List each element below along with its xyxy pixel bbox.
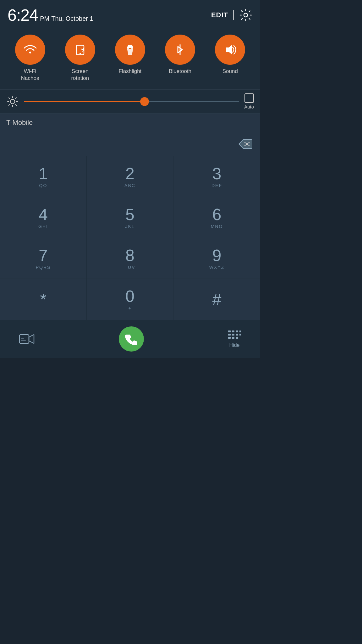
- key-letters-6: PQRS: [36, 265, 51, 270]
- slider-fill: [24, 101, 145, 102]
- dialer-panel: T-Mobile 1QO2ABC3DEF4GHI5JKL6MNO7PQRS8TU…: [0, 114, 260, 358]
- key-number-2: 3: [212, 165, 222, 182]
- svg-rect-13: [236, 334, 238, 336]
- key-number-4: 5: [125, 206, 134, 223]
- svg-rect-15: [228, 337, 231, 339]
- flashlight-label: Flashlight: [119, 68, 142, 75]
- key-letters-7: TUV: [125, 265, 135, 270]
- dial-key-#[interactable]: #: [173, 279, 260, 320]
- dial-key-4[interactable]: 4GHI: [0, 197, 87, 238]
- svg-rect-5: [21, 340, 26, 341]
- dial-key-2[interactable]: 2ABC: [87, 156, 173, 197]
- brightness-icon: [6, 95, 19, 108]
- video-call-button[interactable]: [19, 333, 35, 345]
- sound-label: Sound: [222, 68, 238, 75]
- wifi-label: Wi-FiNachos: [21, 68, 39, 82]
- key-number-3: 4: [39, 206, 48, 223]
- quick-toggles: Wi-FiNachos Screenrotation: [0, 28, 260, 89]
- brightness-bar: Auto: [0, 89, 260, 114]
- dial-key-6[interactable]: 6MNO: [173, 197, 260, 238]
- key-number-9: *: [40, 291, 46, 308]
- key-number-8: 9: [212, 247, 222, 264]
- dial-key-7[interactable]: 7PQRS: [0, 238, 87, 279]
- svg-rect-14: [239, 334, 241, 336]
- time-ampm: PM: [40, 15, 49, 22]
- screen-rotation-circle[interactable]: [65, 35, 95, 65]
- key-letters-2: DEF: [211, 183, 222, 188]
- phone-input-row: [0, 132, 260, 156]
- dial-key-1[interactable]: 1QO: [0, 156, 87, 197]
- svg-rect-8: [232, 330, 234, 332]
- svg-rect-7: [228, 330, 231, 332]
- svg-rect-17: [236, 337, 238, 339]
- bluetooth-toggle[interactable]: Bluetooth: [161, 35, 199, 75]
- key-letters-10: +: [128, 306, 131, 311]
- key-letters-3: GHI: [38, 224, 48, 229]
- key-number-10: 0: [125, 288, 134, 304]
- svg-rect-16: [232, 337, 234, 339]
- key-letters-1: ABC: [124, 183, 135, 188]
- backspace-button[interactable]: [236, 137, 254, 151]
- time-display: 6:24 PM Thu, October 1: [8, 6, 93, 25]
- dialpad: 1QO2ABC3DEF4GHI5JKL6MNO7PQRS8TUV9WXYZ*0+…: [0, 156, 260, 320]
- svg-rect-6: [21, 338, 24, 339]
- key-number-1: 2: [125, 165, 134, 182]
- bluetooth-circle[interactable]: [165, 35, 195, 65]
- wifi-circle[interactable]: [15, 35, 45, 65]
- key-letters-5: MNO: [211, 224, 223, 229]
- dial-key-3[interactable]: 3DEF: [173, 156, 260, 197]
- key-letters-4: JKL: [125, 224, 134, 229]
- svg-rect-12: [232, 334, 234, 336]
- key-number-7: 8: [125, 247, 134, 264]
- key-number-11: #: [212, 291, 222, 308]
- svg-rect-10: [239, 330, 241, 332]
- svg-rect-2: [129, 48, 131, 49]
- dial-key-5[interactable]: 5JKL: [87, 197, 173, 238]
- dial-key-9[interactable]: 9WXYZ: [173, 238, 260, 279]
- screen-rotation-toggle[interactable]: Screenrotation: [61, 35, 99, 82]
- divider: [233, 10, 234, 20]
- dial-key-8[interactable]: 8TUV: [87, 238, 173, 279]
- bluetooth-label: Bluetooth: [169, 68, 191, 75]
- svg-point-3: [10, 99, 15, 104]
- hide-label: Hide: [229, 342, 240, 348]
- brightness-slider[interactable]: [24, 101, 239, 102]
- status-bar: 6:24 PM Thu, October 1 EDIT: [0, 0, 260, 28]
- edit-button[interactable]: EDIT: [211, 11, 228, 19]
- auto-label: Auto: [244, 104, 254, 109]
- time: 6:24: [8, 6, 38, 25]
- flashlight-circle[interactable]: [115, 35, 145, 65]
- carrier-bar: T-Mobile: [0, 114, 260, 132]
- dial-key-*[interactable]: *: [0, 279, 87, 320]
- sound-toggle[interactable]: Sound: [211, 35, 249, 75]
- screen-rotation-label: Screenrotation: [71, 68, 89, 82]
- key-number-6: 7: [39, 247, 48, 264]
- dial-key-0[interactable]: 0+: [87, 279, 173, 320]
- auto-icon: [244, 93, 254, 103]
- hide-button[interactable]: Hide: [228, 330, 241, 348]
- notification-panel: 6:24 PM Thu, October 1 EDIT: [0, 0, 260, 114]
- call-button[interactable]: [119, 326, 144, 352]
- auto-brightness-button[interactable]: Auto: [244, 93, 254, 109]
- key-letters-8: WXYZ: [209, 265, 224, 270]
- flashlight-toggle[interactable]: Flashlight: [111, 35, 149, 75]
- status-right: EDIT: [211, 8, 253, 22]
- date: Thu, October 1: [51, 15, 93, 22]
- action-bar: Hide: [0, 320, 260, 358]
- settings-icon[interactable]: [239, 8, 253, 22]
- key-number-0: 1: [39, 165, 48, 182]
- svg-rect-11: [228, 334, 231, 336]
- slider-thumb[interactable]: [140, 97, 149, 106]
- svg-point-1: [80, 53, 81, 54]
- wifi-toggle[interactable]: Wi-FiNachos: [11, 35, 49, 82]
- key-number-5: 6: [212, 206, 222, 223]
- sound-circle[interactable]: [215, 35, 245, 65]
- carrier-name: T-Mobile: [6, 119, 33, 126]
- svg-rect-9: [236, 330, 238, 332]
- key-letters-0: QO: [39, 183, 47, 188]
